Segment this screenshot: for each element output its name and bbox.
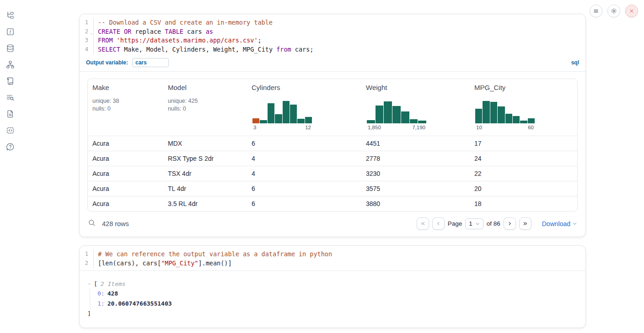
histogram-bar[interactable]	[498, 106, 504, 123]
datasources-icon[interactable]	[2, 40, 18, 56]
table-row[interactable]: AcuraRSX Type S 2dr4277824	[88, 151, 577, 166]
histogram-bar[interactable]	[305, 117, 312, 123]
help-icon[interactable]	[2, 138, 18, 155]
column-header-cylinders[interactable]: Cylinders312	[247, 79, 361, 136]
file-explorer-icon[interactable]	[2, 7, 18, 23]
tree-items: 0:4281:20.060747663551403	[90, 289, 585, 309]
axis-max-label: 12	[305, 125, 311, 130]
tree-item: 1:20.060747663551403	[97, 299, 585, 309]
histogram-bar[interactable]	[490, 102, 497, 123]
code-line-text: FROM 'https://datasets.marimo.app/cars.c…	[94, 36, 262, 45]
histogram-bar[interactable]	[376, 106, 384, 123]
close-button[interactable]	[625, 5, 638, 17]
histogram-bar[interactable]	[410, 119, 418, 123]
table-cell: 3575	[361, 181, 470, 196]
search-icon[interactable]	[88, 219, 96, 228]
download-button[interactable]: Download	[542, 220, 577, 227]
item-index: 0:	[97, 290, 105, 297]
line-number: 1	[80, 18, 94, 27]
python-code-editor[interactable]: 1# We can reference the output variable …	[80, 246, 585, 270]
settings-button[interactable]	[607, 5, 620, 17]
code-line[interactable]: 2CREATE OR replace TABLE cars as	[80, 27, 585, 37]
language-badge[interactable]: sql	[571, 59, 579, 66]
table-body: AcuraMDX6445117AcuraRSX Type S 2dr427782…	[88, 136, 577, 211]
logs-icon[interactable]	[2, 89, 18, 106]
axis-min-label: 10	[476, 125, 482, 130]
column-header-model[interactable]: Modelunique: 425nulls: 0	[163, 79, 247, 136]
histogram-bar[interactable]	[392, 106, 401, 123]
snippets-icon[interactable]	[2, 122, 18, 138]
line-number: 2	[80, 259, 94, 268]
histogram-bar[interactable]	[528, 118, 535, 123]
axis-min-label: 3	[253, 125, 256, 130]
table-cell: MDX	[163, 136, 247, 151]
scratchpad-icon[interactable]	[2, 73, 18, 89]
code-line-text: [len(cars), cars["MPG_City"].mean()]	[94, 259, 232, 268]
histogram-bar[interactable]	[520, 121, 527, 123]
row-count: 428 rows	[102, 220, 129, 227]
table-row[interactable]: Acura3.5 RL 4dr6388018	[88, 196, 577, 211]
histogram-bar[interactable]	[367, 120, 375, 123]
histogram-bar[interactable]	[418, 121, 426, 123]
code-line[interactable]: 4SELECT Make, Model, Cylinders, Weight, …	[80, 45, 585, 54]
page-label: Page	[448, 220, 462, 227]
histogram-bar[interactable]	[483, 101, 489, 123]
page-select[interactable]: 1	[465, 218, 483, 229]
topbar	[590, 5, 638, 17]
table-cell: 3.5 RL 4dr	[163, 196, 247, 211]
table-cell: 6	[247, 136, 361, 151]
next-page-button[interactable]	[504, 217, 516, 230]
tree-item: 0:428	[97, 289, 585, 299]
dependency-graph-icon[interactable]	[2, 56, 18, 73]
notebook-area: 1-- Download a CSV and create an in-memo…	[79, 14, 586, 328]
histogram-bar[interactable]	[290, 105, 297, 123]
table-cell: TL 4dr	[163, 181, 247, 196]
table-cell: 4	[247, 166, 361, 181]
histogram-bar[interactable]	[283, 101, 290, 123]
table-cell: Acura	[88, 181, 163, 196]
code-line[interactable]: 1-- Download a CSV and create an in-memo…	[80, 18, 585, 27]
line-number: 4	[80, 45, 94, 54]
code-line[interactable]: 1# We can reference the output variable …	[80, 250, 585, 259]
sql-code-editor[interactable]: 1-- Download a CSV and create an in-memo…	[80, 14, 585, 56]
histogram-bar[interactable]	[384, 101, 392, 123]
sql-cell: 1-- Download a CSV and create an in-memo…	[79, 14, 586, 237]
histogram-bar[interactable]	[275, 114, 282, 123]
histogram-bar[interactable]	[505, 114, 512, 123]
histogram-bar[interactable]	[297, 119, 304, 123]
output-variable-input[interactable]	[132, 58, 169, 67]
histogram-axis-labels: 1,8507,190	[367, 125, 426, 130]
code-line-text: -- Download a CSV and create an in-memor…	[94, 18, 273, 27]
histogram-bars	[475, 100, 535, 123]
variables-icon[interactable]: f	[2, 23, 18, 40]
table-footer: 428 rows Page 1 of 86	[80, 211, 585, 237]
first-page-button[interactable]	[417, 217, 429, 230]
histogram-bar[interactable]	[268, 103, 274, 123]
histogram-bar[interactable]	[401, 111, 409, 123]
histogram-bar[interactable]	[513, 116, 520, 123]
pagination: Page 1 of 86 Download	[417, 217, 577, 230]
column-histogram: 312	[252, 100, 312, 130]
column-header-make[interactable]: Makeunique: 38nulls: 0	[88, 79, 163, 136]
last-page-button[interactable]	[519, 217, 531, 230]
column-header-mpg_city[interactable]: MPG_City1060	[470, 79, 577, 136]
table-cell: 22	[470, 166, 577, 181]
documentation-icon[interactable]	[2, 106, 18, 122]
collapse-chevron-icon[interactable]	[87, 279, 94, 289]
table-row[interactable]: AcuraTSX 4dr4323022	[88, 166, 577, 181]
menu-button[interactable]	[590, 5, 602, 17]
histogram-bar[interactable]	[252, 118, 259, 123]
column-header-weight[interactable]: Weight1,8507,190	[361, 79, 470, 136]
code-line-text: CREATE OR replace TABLE cars as	[94, 27, 213, 37]
code-line[interactable]: 3FROM 'https://datasets.marimo.app/cars.…	[80, 36, 585, 45]
line-number: 2	[80, 27, 94, 37]
prev-page-button[interactable]	[432, 217, 445, 230]
histogram-bar[interactable]	[475, 109, 482, 123]
output-variable-label: Output variable:	[86, 59, 128, 66]
histogram-bar[interactable]	[260, 120, 267, 123]
table-row[interactable]: AcuraMDX6445117	[88, 136, 577, 151]
code-line[interactable]: 2[len(cars), cars["MPG_City"].mean()]	[80, 259, 585, 268]
item-value: 428	[107, 290, 118, 297]
table-row[interactable]: AcuraTL 4dr6357520	[88, 181, 577, 196]
close-bracket: ]	[87, 309, 585, 318]
